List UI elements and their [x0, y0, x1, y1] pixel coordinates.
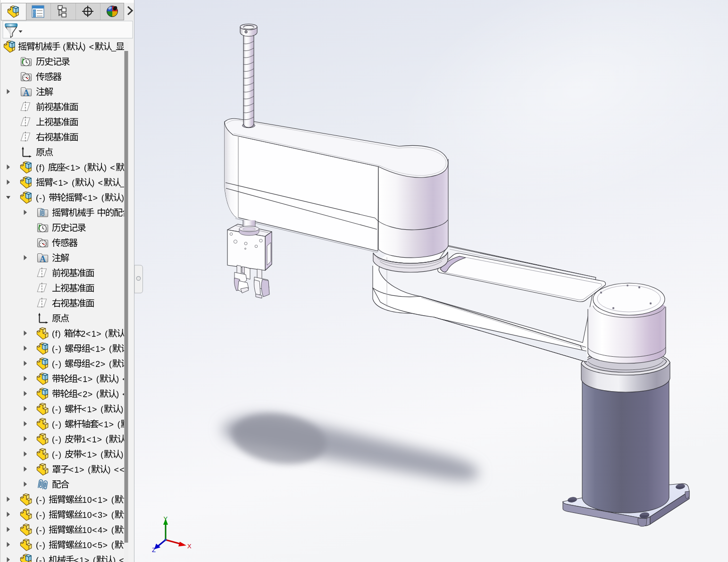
- svg-text:Z: Z: [152, 546, 156, 554]
- svg-text:Y: Y: [164, 515, 168, 522]
- svg-text:X: X: [187, 543, 192, 550]
